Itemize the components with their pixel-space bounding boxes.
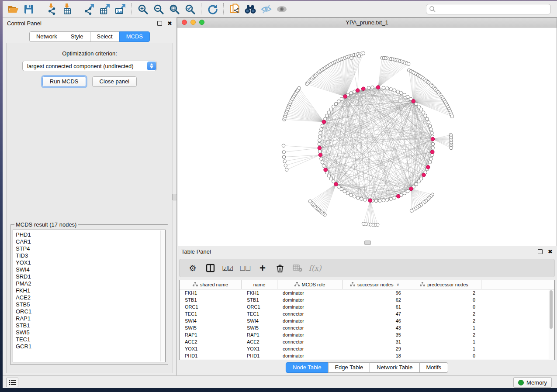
network-node[interactable] bbox=[415, 102, 418, 106]
mcds-list-item[interactable]: STB1 bbox=[16, 322, 165, 329]
network-node[interactable] bbox=[386, 198, 389, 202]
zoom-fit-icon[interactable] bbox=[166, 2, 182, 16]
network-node[interactable] bbox=[332, 105, 335, 108]
network-node[interactable] bbox=[406, 95, 409, 99]
mcds-list-item[interactable]: YOX1 bbox=[16, 259, 165, 266]
mcds-list-item[interactable]: STP4 bbox=[16, 245, 165, 252]
table-scrollbar-thumb[interactable] bbox=[550, 290, 553, 329]
network-node[interactable] bbox=[403, 192, 406, 195]
memory-button[interactable]: Memory bbox=[513, 377, 552, 388]
network-node[interactable] bbox=[337, 100, 340, 103]
network-node[interactable] bbox=[400, 92, 403, 95]
network-node[interactable] bbox=[321, 124, 324, 127]
network-node[interactable] bbox=[327, 174, 331, 177]
table-row[interactable]: SWI4SWI4dominator462 bbox=[180, 317, 554, 324]
gear-icon[interactable]: ⚙ bbox=[185, 261, 201, 275]
network-node[interactable] bbox=[318, 153, 322, 157]
network-node[interactable] bbox=[343, 95, 347, 99]
table-row[interactable]: RAP1RAP1dominator352 bbox=[180, 331, 554, 338]
save-icon[interactable] bbox=[21, 2, 37, 16]
network-node[interactable] bbox=[431, 142, 435, 146]
network-node[interactable] bbox=[396, 194, 400, 198]
horizontal-splitter-handle[interactable] bbox=[364, 241, 371, 245]
network-node[interactable] bbox=[428, 161, 432, 164]
network-node[interactable] bbox=[324, 168, 328, 172]
table-row[interactable]: SWI5SWI5connector431 bbox=[180, 324, 554, 331]
table-close-panel-icon[interactable]: ✖ bbox=[548, 249, 553, 254]
mcds-list-item[interactable]: PMA2 bbox=[16, 280, 165, 287]
table-row[interactable]: YOX1YOX1connector291 bbox=[180, 345, 554, 352]
zoom-in-icon[interactable] bbox=[135, 2, 151, 16]
network-node[interactable] bbox=[396, 90, 400, 93]
add-column-icon[interactable]: + bbox=[255, 261, 270, 275]
import-network-icon[interactable] bbox=[43, 2, 59, 16]
network-node[interactable] bbox=[393, 196, 396, 199]
tab-style[interactable]: Style bbox=[64, 31, 90, 42]
network-node[interactable] bbox=[318, 139, 321, 142]
network-node[interactable] bbox=[409, 187, 413, 191]
network-node[interactable] bbox=[431, 137, 435, 141]
import-table-icon[interactable] bbox=[59, 2, 75, 16]
network-node[interactable] bbox=[368, 199, 372, 203]
network-node[interactable] bbox=[321, 161, 324, 164]
tab-network-table[interactable]: Network Table bbox=[370, 362, 419, 373]
network-node[interactable] bbox=[322, 120, 326, 124]
tab-motifs[interactable]: Motifs bbox=[419, 362, 448, 373]
show-hide-graphics-icon[interactable] bbox=[258, 2, 274, 16]
mcds-list-item[interactable]: RAP1 bbox=[16, 315, 165, 322]
network-node[interactable] bbox=[374, 199, 378, 203]
network-node[interactable] bbox=[429, 128, 433, 131]
network-node[interactable] bbox=[406, 189, 409, 193]
export-network-icon[interactable] bbox=[81, 2, 97, 16]
network-node[interactable] bbox=[334, 102, 338, 106]
network-node[interactable] bbox=[419, 108, 423, 111]
network-node[interactable] bbox=[346, 192, 349, 195]
mcds-list-item[interactable]: STB5 bbox=[16, 301, 165, 308]
column-header-mcds-role[interactable]: MCDS role bbox=[277, 280, 343, 289]
mcds-list-item[interactable]: SWI5 bbox=[16, 329, 165, 336]
network-node[interactable] bbox=[329, 108, 333, 111]
network-node[interactable] bbox=[410, 209, 413, 213]
open-folder-icon[interactable] bbox=[5, 2, 21, 16]
network-node[interactable] bbox=[329, 177, 333, 180]
network-node[interactable] bbox=[363, 198, 367, 202]
network-node[interactable] bbox=[282, 144, 285, 148]
table-row[interactable]: ACE2ACE2connector311 bbox=[180, 338, 554, 345]
network-node[interactable] bbox=[419, 177, 423, 180]
column-header-successor-nodes[interactable]: successor nodes∨ bbox=[343, 280, 407, 289]
network-node[interactable] bbox=[422, 173, 426, 177]
network-node[interactable] bbox=[350, 56, 353, 60]
network-node[interactable] bbox=[327, 111, 331, 114]
network-node[interactable] bbox=[285, 168, 288, 172]
table-row[interactable]: PHD1PHD1dominator180 bbox=[180, 352, 554, 359]
network-node[interactable] bbox=[426, 165, 430, 169]
zoom-window-icon[interactable] bbox=[199, 20, 204, 25]
eye-icon[interactable] bbox=[274, 2, 290, 16]
network-node[interactable] bbox=[424, 114, 427, 117]
binoculars-icon[interactable] bbox=[242, 2, 258, 16]
refresh-icon[interactable] bbox=[204, 2, 220, 16]
network-node[interactable] bbox=[376, 86, 380, 89]
close-panel-icon[interactable]: ✖ bbox=[167, 21, 172, 26]
table-row[interactable]: FKH1FKH1dominator962 bbox=[180, 289, 554, 296]
network-node[interactable] bbox=[361, 87, 365, 91]
mcds-list-item[interactable]: SWI4 bbox=[16, 266, 165, 273]
mcds-list-item[interactable]: ORC1 bbox=[16, 308, 165, 315]
tab-edge-table[interactable]: Edge Table bbox=[328, 362, 370, 373]
tab-mcds[interactable]: MCDS bbox=[119, 31, 150, 42]
network-node[interactable] bbox=[450, 146, 453, 150]
network-node[interactable] bbox=[386, 87, 389, 90]
network-node[interactable] bbox=[382, 199, 385, 202]
tab-select[interactable]: Select bbox=[90, 31, 120, 42]
network-node[interactable] bbox=[430, 150, 434, 154]
network-graph[interactable] bbox=[177, 28, 557, 246]
network-node[interactable] bbox=[371, 86, 374, 89]
tab-network[interactable]: Network bbox=[29, 31, 64, 42]
network-node[interactable] bbox=[412, 100, 415, 103]
network-node[interactable] bbox=[407, 62, 410, 66]
network-node[interactable] bbox=[362, 52, 365, 55]
network-node[interactable] bbox=[429, 157, 433, 161]
network-node[interactable] bbox=[298, 86, 301, 90]
close-panel-button[interactable]: Close panel bbox=[92, 76, 137, 87]
table-float-panel-icon[interactable] bbox=[538, 249, 543, 254]
